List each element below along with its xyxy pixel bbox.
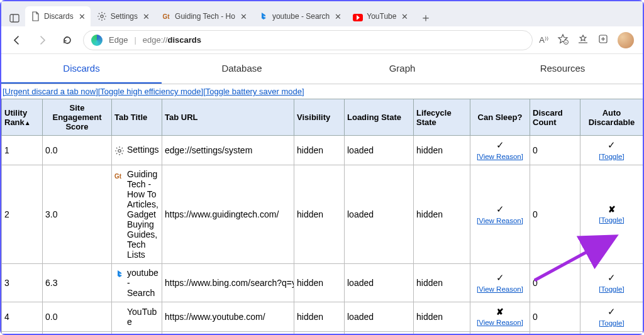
svg-rect-0 [10, 14, 19, 22]
col-score[interactable]: Site Engagement Score [43, 99, 112, 136]
tab-close-icon[interactable]: ✕ [335, 12, 341, 21]
row-favicon [114, 308, 125, 318]
check-icon: ✓ [608, 272, 616, 283]
tab-close-icon[interactable]: ✕ [401, 12, 408, 21]
tab-favicon [97, 11, 107, 21]
toolbar: Edge | edge://discards A⁾⁾ + [1, 26, 643, 54]
toggle-efficiency-link[interactable]: [Toggle high efficiency mode] [98, 87, 203, 96]
browser-tab[interactable]: youtube - Search✕ [253, 6, 347, 26]
cell-lifecycle: hidden [414, 136, 470, 165]
profile-avatar[interactable] [618, 32, 634, 48]
view-reason-link[interactable]: [View Reason] [477, 319, 523, 326]
page-tab-database[interactable]: Database [162, 54, 322, 84]
table-row: 10.0Settingsedge://settings/systemhidden… [2, 136, 643, 165]
cell-auto: ✓[Toggle] [580, 264, 643, 302]
cell-sleep: ✘[View Reason] [470, 332, 530, 334]
cell-rank: 4 [2, 302, 43, 332]
col-loading[interactable]: Loading State [345, 99, 414, 136]
browser-tab[interactable]: GtGuiding Tech - Ho✕ [156, 6, 252, 26]
new-tab-button[interactable]: ＋ [417, 9, 435, 26]
col-visibility[interactable]: Visibility [294, 99, 345, 136]
urgent-discard-link[interactable]: [Urgent discard a tab now] [3, 87, 98, 96]
cell-visibility: hidden [294, 302, 345, 332]
edge-logo-icon [91, 35, 103, 46]
cell-auto: ✓[Toggle] [580, 302, 643, 332]
toggle-link[interactable]: [Toggle] [599, 216, 624, 224]
tab-close-icon[interactable]: ✕ [79, 12, 86, 21]
cell-rank: 1 [2, 136, 43, 165]
cell-url: edge://discards/ [162, 332, 294, 334]
page-tab-resources[interactable]: Resources [482, 54, 643, 84]
col-lifecycle[interactable]: Lifecycle State [414, 99, 470, 136]
cell-title: Discards [112, 332, 162, 334]
tab-favicon [30, 11, 40, 21]
cell-loading: loaded [345, 332, 414, 334]
col-rank[interactable]: Utility Rank▲ [2, 99, 43, 136]
browser-tab[interactable]: Settings✕ [92, 6, 155, 26]
col-title[interactable]: Tab Title [112, 99, 162, 136]
col-count[interactable]: Discard Count [530, 99, 580, 136]
browser-tab[interactable]: YouTube✕ [348, 6, 413, 26]
page-tab-discards[interactable]: Discards [1, 54, 162, 84]
tab-label: Guiding Tech - Ho [175, 12, 235, 21]
tab-actions-icon[interactable] [6, 10, 23, 26]
collections-icon[interactable] [597, 33, 609, 47]
col-auto[interactable]: Auto Discardable [580, 99, 643, 136]
cell-url: https://www.guidingtech.com/ [162, 165, 294, 264]
back-button[interactable] [8, 31, 26, 50]
refresh-button[interactable] [58, 31, 77, 50]
tab-label: Discards [44, 12, 74, 21]
cell-loading: loaded [345, 264, 414, 302]
page-content: Discards Database Graph Resources [Urgen… [1, 54, 643, 334]
row-favicon [114, 269, 125, 279]
cell-auto: ✓[Toggle] [580, 332, 643, 334]
row-favicon: Gt [114, 170, 125, 180]
read-aloud-icon[interactable]: A⁾⁾ [539, 35, 548, 45]
tab-favicon: Gt [161, 11, 171, 21]
cell-sleep: ✓[View Reason] [470, 136, 530, 165]
table-header-row: Utility Rank▲ Site Engagement Score Tab … [2, 99, 643, 136]
table-row: 50.0Discardsedge://discards/visibleloade… [2, 332, 643, 334]
view-reason-link[interactable]: [View Reason] [477, 153, 523, 160]
browser-tab[interactable]: Discards✕ [25, 6, 91, 26]
cell-visibility: hidden [294, 264, 345, 302]
toggle-link[interactable]: [Toggle] [599, 153, 624, 160]
cell-auto: ✘[Toggle] [580, 165, 643, 264]
action-links-row: [Urgent discard a tab now][Toggle high e… [1, 84, 643, 99]
cell-title: Settings [112, 136, 162, 165]
cell-count: 0 [530, 332, 580, 334]
toggle-link[interactable]: [Toggle] [599, 319, 624, 327]
cell-score: 0.0 [43, 302, 112, 332]
view-reason-link[interactable]: [View Reason] [477, 285, 523, 293]
cell-sleep: ✓[View Reason] [470, 165, 530, 264]
discards-table: Utility Rank▲ Site Engagement Score Tab … [1, 99, 643, 334]
cell-loading: loaded [345, 165, 414, 264]
cell-sleep: ✓[View Reason] [470, 264, 530, 302]
cell-visibility: hidden [294, 136, 345, 165]
col-url[interactable]: Tab URL [162, 99, 294, 136]
cell-url: edge://settings/system [162, 136, 294, 165]
tab-label: Settings [111, 12, 138, 21]
favorites-list-icon[interactable] [577, 33, 589, 47]
toggle-link[interactable]: [Toggle] [599, 285, 624, 293]
check-icon: ✓ [608, 306, 616, 317]
cell-score: 0.0 [43, 332, 112, 334]
toggle-battery-link[interactable]: [Toggle battery saver mode] [203, 87, 304, 96]
cell-lifecycle: passive [414, 332, 470, 334]
cell-score: 6.3 [43, 264, 112, 302]
address-bar[interactable]: Edge | edge://discards [83, 30, 533, 50]
tab-close-icon[interactable]: ✕ [240, 12, 247, 21]
view-reason-link[interactable]: [View Reason] [477, 217, 523, 224]
page-tab-graph[interactable]: Graph [322, 54, 482, 84]
tab-close-icon[interactable]: ✕ [143, 12, 150, 21]
favorite-icon[interactable]: + [557, 33, 569, 47]
page-tabs: Discards Database Graph Resources [1, 54, 643, 84]
col-sleep[interactable]: Can Sleep? [470, 99, 530, 136]
cell-count: 0 [530, 136, 580, 165]
cell-rank: 2 [2, 165, 43, 264]
check-icon: ✓ [496, 272, 504, 283]
forward-button[interactable] [33, 31, 52, 50]
table-row: 40.0YouTubehttps://www.youtube.com/hidde… [2, 302, 643, 332]
row-favicon [114, 146, 125, 156]
cell-lifecycle: hidden [414, 302, 470, 332]
